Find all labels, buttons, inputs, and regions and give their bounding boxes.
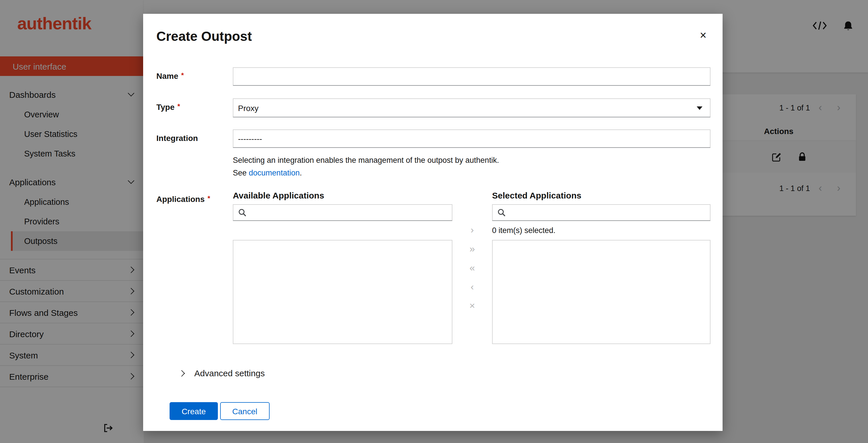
applications-row: Applications* Available Applications [156,190,711,344]
available-search-input[interactable] [251,208,447,217]
integration-input[interactable] [233,129,711,148]
caret-down-icon [697,106,703,110]
name-label: Name* [156,67,233,86]
selected-search-input[interactable] [510,208,705,217]
cancel-button[interactable]: Cancel [220,402,269,420]
type-select-value: Proxy [238,103,259,113]
integration-help-line2: See documentation. [233,167,711,179]
clear-selection-icon[interactable]: × [469,299,475,313]
integration-help: Selecting an integration enables the man… [233,154,711,179]
create-button[interactable]: Create [169,402,218,420]
required-marker: * [177,102,180,111]
screen: authentik User interface Dashboards Over… [0,0,868,443]
integration-help-line1: Selecting an integration enables the man… [233,154,711,167]
name-row: Name* [156,67,711,86]
modal-footer: Create Cancel [156,402,711,420]
selected-title: Selected Applications [492,190,711,200]
add-selected-icon[interactable]: › [470,223,474,236]
available-title: Available Applications [233,190,453,200]
selected-listbox[interactable] [492,240,711,344]
name-input[interactable] [233,67,711,86]
remove-all-icon[interactable]: « [470,261,475,274]
documentation-link[interactable]: documentation [249,168,300,177]
selected-search [492,204,711,221]
create-outpost-modal: Create Outpost × Name* Type* [143,14,722,431]
chevron-right-icon [179,370,185,377]
selected-count: 0 item(s) selected. [492,221,711,240]
search-icon [238,208,247,217]
advanced-settings-label: Advanced settings [194,368,265,378]
modal-title: Create Outpost [156,28,252,44]
available-pane: Available Applications [233,190,453,344]
available-count-spacer [233,221,453,240]
available-listbox[interactable] [233,240,453,344]
dual-list-selector: Available Applications › [233,190,711,344]
integration-label: Integration [156,129,233,179]
integration-row: Integration Selecting an integration ena… [156,129,711,179]
required-marker: * [181,71,184,79]
remove-selected-icon[interactable]: ‹ [470,279,474,293]
applications-label: Applications* [156,190,233,344]
required-marker: * [208,195,210,203]
available-search [233,204,453,221]
search-icon [497,208,506,217]
type-select[interactable]: Proxy [233,98,711,117]
advanced-settings-toggle[interactable]: Advanced settings [156,368,711,378]
type-label: Type* [156,98,233,117]
modal-body: Name* Type* Proxy [143,44,722,420]
close-icon[interactable]: × [698,28,709,42]
transfer-controls: › » « ‹ × [453,190,492,344]
selected-pane: Selected Applications 0 item(s) selected… [492,190,711,344]
type-row: Type* Proxy [156,98,711,117]
add-all-icon[interactable]: » [470,242,475,256]
modal-header: Create Outpost × [143,14,722,44]
